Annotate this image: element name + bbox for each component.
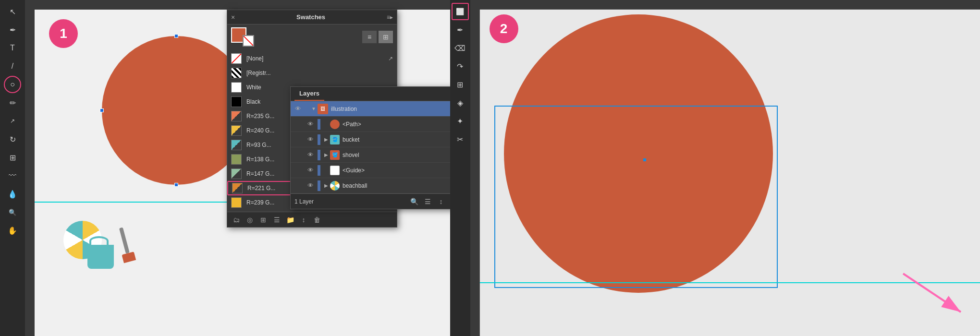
layer-name-beachball: beachball bbox=[343, 182, 450, 189]
layers-search-icon[interactable]: 🔍 bbox=[409, 196, 419, 207]
swatches-view-buttons: ≡ ⊞ bbox=[362, 31, 393, 43]
swatches-import-icon[interactable]: 🗂 bbox=[231, 215, 242, 225]
eye-icon-path[interactable]: 👁 bbox=[305, 119, 316, 130]
expand-shovel[interactable]: ▶ bbox=[322, 151, 330, 159]
bucket-handle bbox=[89, 236, 109, 246]
layer-color-bar-beachball bbox=[318, 180, 320, 191]
layers-move-icon[interactable]: ↕ bbox=[436, 196, 446, 207]
layers-tab[interactable]: Layers bbox=[294, 87, 324, 101]
line-tool[interactable]: / bbox=[4, 58, 21, 75]
shovel-illustration bbox=[119, 226, 136, 262]
swatch-registration-label: [Registr... bbox=[246, 70, 393, 76]
swatch-none-color bbox=[231, 53, 242, 64]
swatches-menu-icon[interactable]: ≡▸ bbox=[387, 14, 393, 21]
swatches-sort-icon[interactable]: ↕ bbox=[298, 215, 309, 225]
swatch-none[interactable]: [None] ↗ bbox=[227, 51, 397, 66]
warp-tool[interactable]: 〰 bbox=[4, 167, 21, 184]
layer-bucket[interactable]: 👁 ▶ 🪣 bucket bbox=[291, 132, 450, 147]
layer-guide[interactable]: 👁 <Guide> bbox=[291, 163, 450, 178]
swatches-libraries-icon[interactable]: ◎ bbox=[245, 215, 255, 225]
swatch-r147-color bbox=[231, 168, 242, 179]
layer-color-bar-shovel bbox=[318, 150, 320, 160]
ruler-h-right bbox=[480, 0, 980, 10]
zoom-tool[interactable]: 🔍 bbox=[4, 204, 21, 221]
rotate-tool[interactable]: ↻ bbox=[4, 131, 21, 148]
swatches-grid-view-button[interactable]: ⊞ bbox=[379, 31, 393, 43]
swatches-titlebar: × Swatches ≡▸ bbox=[227, 10, 397, 24]
ruler-vertical bbox=[25, 10, 35, 336]
canvas-content-right[interactable]: 2 bbox=[480, 10, 980, 336]
expand-guide[interactable] bbox=[322, 167, 330, 174]
layer-name-bucket: bucket bbox=[343, 136, 450, 143]
crop-tool[interactable]: ⊞ bbox=[4, 149, 21, 166]
sel-handle-left[interactable] bbox=[100, 108, 104, 112]
svg-line-0 bbox=[244, 36, 253, 46]
pencil-tool[interactable]: ✏ bbox=[4, 94, 21, 111]
layer-color-bar-bucket bbox=[318, 134, 320, 145]
layers-options-icon[interactable]: ☰ bbox=[422, 196, 433, 207]
eyedropper-tool[interactable]: 💧 bbox=[4, 185, 21, 203]
layer-thumb-bucket: 🪣 bbox=[330, 135, 340, 144]
swatches-add-icon[interactable]: ⊞ bbox=[258, 215, 269, 225]
expand-illustration[interactable]: ▼ bbox=[310, 105, 318, 113]
swatches-close-icon[interactable]: × bbox=[231, 13, 235, 21]
middle-toolbar: ⬜ ✒ ⌫ ↷ ⊞ ◈ ✦ ✂ bbox=[450, 0, 470, 336]
eye-icon-illustration[interactable]: 👁 bbox=[293, 104, 303, 114]
slice-tool[interactable]: ✂ bbox=[452, 131, 469, 148]
layer-color-bar-illustration bbox=[305, 104, 308, 114]
swatch-background[interactable] bbox=[243, 35, 254, 47]
rotate-right-tool[interactable]: ↷ bbox=[452, 58, 469, 75]
selection-box bbox=[494, 106, 778, 288]
swatch-registration[interactable]: [Registr... bbox=[227, 66, 397, 80]
none-slash-icon bbox=[232, 54, 241, 63]
eraser-tool[interactable]: ⌫ bbox=[452, 39, 469, 57]
eye-icon-guide[interactable]: 👁 bbox=[305, 165, 316, 176]
expand-bucket[interactable]: ▶ bbox=[322, 136, 330, 144]
select-tool[interactable]: ↖ bbox=[4, 3, 21, 20]
step-badge-2: 2 bbox=[490, 14, 518, 43]
canvas-right: 2 bbox=[470, 0, 980, 336]
layer-thumb-shovel: 🪣 bbox=[330, 150, 340, 160]
layers-new-icon[interactable]: 📄 bbox=[449, 196, 450, 207]
pen-tool[interactable]: ✒ bbox=[4, 21, 21, 38]
layer-thumb-beachball bbox=[330, 181, 340, 191]
artboard-tool[interactable]: ⬜ bbox=[452, 3, 469, 20]
layer-path[interactable]: 👁 <Path> bbox=[291, 117, 450, 132]
swatches-delete-icon[interactable]: 🗑 bbox=[312, 215, 322, 225]
ruler-horizontal bbox=[35, 0, 450, 10]
eye-icon-beachball[interactable]: 👁 bbox=[305, 180, 316, 191]
eye-icon-shovel[interactable]: 👁 bbox=[305, 150, 316, 160]
layer-name-shovel: shovel bbox=[343, 152, 450, 158]
ruler-corner bbox=[25, 0, 35, 10]
layer-illustration[interactable]: 👁 ▼ 🖼 illustration bbox=[291, 101, 450, 117]
properties-tool[interactable]: ✒ bbox=[452, 21, 469, 38]
type-tool[interactable]: T bbox=[4, 39, 21, 57]
step-badge-1: 1 bbox=[49, 19, 78, 48]
sel-handle-bottom[interactable] bbox=[174, 183, 178, 187]
ellipse-tool[interactable]: ○ bbox=[4, 76, 21, 93]
swatch-r138-color bbox=[231, 154, 242, 165]
puppet-tool[interactable]: ✦ bbox=[452, 112, 469, 130]
swatch-black-color bbox=[231, 96, 242, 107]
perspective-tool[interactable]: ◈ bbox=[452, 94, 469, 111]
layer-color-bar-path bbox=[318, 119, 320, 130]
swatches-list-view-button[interactable]: ≡ bbox=[362, 31, 377, 43]
svg-line-1 bbox=[232, 54, 241, 63]
sel-handle-top[interactable] bbox=[174, 34, 178, 38]
expand-path[interactable] bbox=[322, 120, 330, 128]
svg-line-3 bbox=[903, 274, 961, 312]
eye-icon-bucket[interactable]: 👁 bbox=[305, 134, 316, 145]
expand-beachball[interactable]: ▶ bbox=[322, 182, 330, 190]
transform-tool[interactable]: ⊞ bbox=[452, 76, 469, 93]
swatches-folder-icon[interactable]: 📁 bbox=[285, 215, 295, 225]
layer-beachball[interactable]: 👁 ▶ beachball bbox=[291, 178, 450, 193]
swatches-list-icon[interactable]: ☰ bbox=[271, 215, 282, 225]
swatch-none-label: [None] bbox=[246, 55, 388, 62]
layer-shovel[interactable]: 👁 ▶ 🪣 shovel bbox=[291, 147, 450, 163]
hand-tool[interactable]: ✋ bbox=[4, 222, 21, 239]
swatch-color-selector[interactable] bbox=[231, 27, 254, 47]
swatch-registration-color bbox=[231, 68, 242, 78]
swatches-title: Swatches bbox=[296, 13, 325, 21]
blend-tool[interactable]: ↗ bbox=[4, 112, 21, 130]
layer-name-guide: <Guide> bbox=[343, 167, 450, 174]
